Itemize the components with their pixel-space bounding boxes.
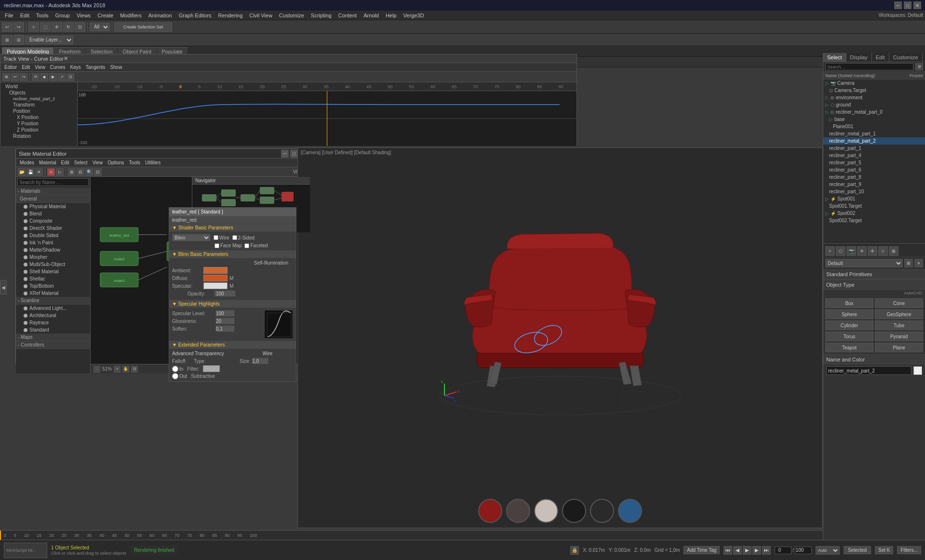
mat-view-hand[interactable]: ✋ (122, 366, 129, 373)
specular-section-header[interactable]: ▼ Specular Highlights (169, 300, 296, 308)
maximize-btn[interactable]: □ (904, 1, 912, 9)
filters-btn[interactable]: Filters... (897, 546, 921, 554)
mat-menu-modes[interactable]: Modes (18, 160, 36, 166)
tab-customize[interactable]: Customize (889, 53, 923, 62)
scene-recliner-2[interactable]: recliner_metal_part_2 (823, 137, 925, 145)
mat-item-topbottom[interactable]: Top/Bottom (16, 282, 90, 290)
menu-file[interactable]: File (2, 12, 16, 19)
diffuse-color[interactable] (203, 275, 228, 281)
set-k-btn[interactable]: Set K (875, 546, 893, 554)
mat-general-header[interactable]: General (16, 195, 90, 203)
tv-tb-7[interactable]: ↗ (58, 73, 66, 81)
mat-item-matte[interactable]: Matte/Shadow (16, 246, 90, 253)
right-panel-dropdown[interactable]: Default (825, 259, 903, 267)
mat-editor-restore[interactable]: □ (290, 150, 298, 158)
mat-item-composite[interactable]: Composite (16, 217, 90, 225)
scene-recliner-part1[interactable]: recliner_part_1 (823, 145, 925, 152)
name-color-header[interactable]: Name and Color (823, 355, 925, 364)
redo-btn[interactable]: ↪ (13, 22, 24, 32)
tree-transform[interactable]: Transform (1, 102, 76, 108)
left-collapse-btn[interactable]: ◀ (0, 280, 7, 294)
extended-section-header[interactable]: ▼ Extended Parameters (169, 341, 296, 349)
obj-torus[interactable]: Torus (825, 332, 873, 341)
mat-view-zoom-in[interactable]: + (114, 366, 121, 373)
mat-menu-view[interactable]: View (91, 160, 105, 166)
tv-filter-btn[interactable]: ⊡ (67, 73, 74, 81)
mat-view-zoom-region[interactable]: ⊡ (131, 366, 138, 373)
faceted-checkbox[interactable] (244, 243, 249, 248)
mat-menu-options[interactable]: Options (106, 160, 126, 166)
mat-item-morpher[interactable]: Morpher (16, 253, 90, 261)
face-map-checkbox[interactable] (214, 243, 219, 248)
obj-box[interactable]: Box (825, 298, 873, 308)
specular-color[interactable] (203, 282, 228, 289)
tv-tb-5[interactable]: ◆ (40, 73, 48, 81)
rp-create-btn[interactable]: + (825, 246, 835, 256)
tv-menu-view[interactable]: View (33, 64, 47, 70)
tv-menu-show[interactable]: Show (108, 64, 124, 70)
tree-position[interactable]: Position (1, 108, 76, 114)
add-time-tag-btn[interactable]: Add Time Tag (684, 546, 720, 554)
mat-tb-save[interactable]: 💾 (27, 168, 34, 176)
mat-item-double-sided[interactable]: Double Sided (16, 232, 90, 239)
shader-section-header[interactable]: ▼ Shader Basic Parameters (169, 224, 296, 232)
scene-ground[interactable]: ▷ ⬡ ground (823, 101, 925, 108)
track-canvas[interactable]: -20-15-10-5 0 5101520 25303540 45505560 … (78, 82, 576, 146)
out-radio[interactable] (172, 373, 178, 379)
scene-plane001[interactable]: Plane001 (823, 123, 925, 130)
lock-btn[interactable]: 🔒 (570, 546, 579, 555)
obj-teapot[interactable]: Teapot (825, 343, 873, 352)
mat-item-xref[interactable]: XRef Material (16, 290, 90, 297)
scene-camera[interactable]: ▷ 📷 Camera (823, 80, 925, 87)
mat-tb-layout[interactable]: ⊞ (68, 168, 76, 176)
maxscript-bar[interactable]: MAXScript Mi... (4, 543, 47, 558)
menu-group[interactable]: Group (52, 12, 73, 19)
tree-x-pos[interactable]: X Position (1, 114, 76, 120)
in-radio[interactable] (172, 366, 178, 372)
menu-arnold[interactable]: Arnold (361, 12, 382, 19)
mat-maps-header[interactable]: - Maps (16, 333, 90, 341)
rp-list-btn[interactable]: ≡ (914, 259, 923, 267)
shader-dropdown[interactable]: Blinn (172, 234, 211, 241)
tv-tb-1[interactable]: ⊞ (2, 73, 10, 81)
scale-btn[interactable]: ⊡ (75, 22, 85, 32)
menu-edit[interactable]: Edit (17, 12, 32, 19)
tree-world[interactable]: World (1, 83, 76, 90)
rp-mesh-btn[interactable]: ⬡ (836, 246, 845, 256)
scene-recliner-part5[interactable]: recliner_part_5 (823, 159, 925, 166)
tree-z-pos[interactable]: Z Position (1, 127, 76, 133)
obj-geosphere[interactable]: GeoSphere (875, 309, 923, 319)
undo-btn[interactable]: ↩ (2, 22, 13, 32)
tv-menu-curves[interactable]: Curves (48, 64, 67, 70)
rp-system-btn[interactable]: ⊞ (889, 246, 898, 256)
tv-menu-keys[interactable]: Keys (68, 64, 83, 70)
prev-frame-btn[interactable]: ◀ (733, 546, 742, 555)
auto-dropdown[interactable]: Auto (816, 546, 840, 555)
object-color-swatch[interactable] (913, 366, 922, 375)
scene-recliner-part4[interactable]: recliner_part_4 (823, 152, 925, 159)
menu-rendering[interactable]: Rendering (215, 12, 246, 19)
mat-item-physical[interactable]: Physical Material (16, 203, 90, 210)
scene-camera-target[interactable]: ⊡ Camera.Target (823, 87, 925, 94)
scene-recliner-0[interactable]: ▷ ⊟ recliner_metal_part_0 (823, 108, 925, 116)
scene-spot001-target[interactable]: Spot001.Target (823, 202, 925, 210)
mat-tb-assign[interactable]: A (47, 168, 55, 176)
spec-level-input[interactable] (215, 310, 235, 317)
mat-item-architectural[interactable]: Architectural (16, 312, 90, 319)
playhead[interactable] (0, 531, 1, 540)
rp-light-btn[interactable]: ☀ (857, 246, 867, 256)
layer-dropdown[interactable]: Enable Layer... (25, 36, 73, 44)
scene-recliner-part6[interactable]: recliner_part_6 (823, 166, 925, 173)
obj-cylinder[interactable]: Cylinder (825, 320, 873, 330)
mat-menu-material[interactable]: Material (37, 160, 58, 166)
menu-verge3d[interactable]: Verge3D (401, 12, 427, 19)
rp-config-btn[interactable]: ⊞ (904, 259, 913, 267)
tv-tb-2[interactable]: ↩ (11, 73, 19, 81)
rp-space-btn[interactable]: ⊹ (878, 246, 888, 256)
viewport-3d[interactable]: [Camera] [User Defined] [Default Shading… (297, 147, 823, 528)
tree-objects[interactable]: Objects (1, 90, 76, 96)
mat-menu-edit[interactable]: Edit (59, 160, 71, 166)
scene-search-input[interactable] (825, 63, 913, 70)
mat-menu-utilities[interactable]: Utilities (143, 160, 162, 166)
menu-civil-view[interactable]: Civil View (246, 12, 275, 19)
